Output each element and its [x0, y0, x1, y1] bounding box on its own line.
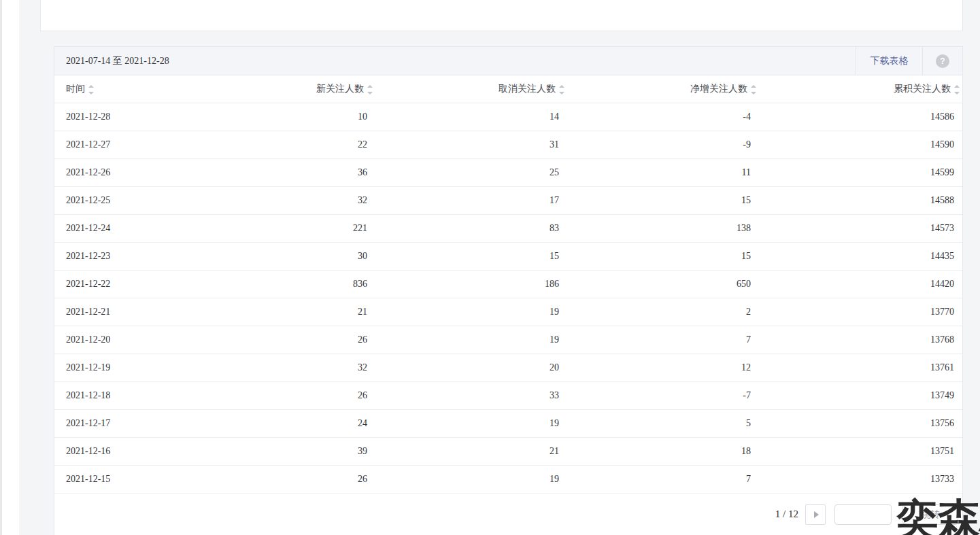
table-row: 2021-12-2283618665014420: [54, 270, 962, 298]
cell-date: 2021-12-22: [54, 270, 184, 298]
cell-date: 2021-12-18: [54, 381, 184, 409]
help-icon[interactable]: ?: [936, 54, 949, 68]
cell-value: 2: [567, 298, 759, 326]
sort-icon[interactable]: [954, 85, 960, 94]
cell-value: 14586: [759, 103, 962, 131]
help-cell: ?: [923, 47, 962, 75]
cell-value: 19: [375, 465, 567, 493]
cell-value: 13751: [759, 437, 962, 465]
cell-date: 2021-12-27: [54, 131, 184, 158]
cell-date: 2021-12-25: [54, 186, 184, 214]
cell-value: 19: [375, 326, 567, 353]
sort-icon[interactable]: [751, 85, 756, 94]
column-label: 累积关注人数: [894, 84, 951, 94]
cell-date: 2021-12-15: [54, 465, 184, 493]
page-root: 2021-07-14 至 2021-12-28 下载表格 ? 时间: [0, 0, 980, 535]
cell-value: 32: [184, 186, 375, 214]
next-page-button[interactable]: [805, 504, 826, 525]
cell-value: 14599: [759, 158, 962, 186]
table-row: 2021-12-202619713768: [54, 326, 962, 353]
cell-date: 2021-12-28: [54, 103, 184, 131]
jump-button[interactable]: 跳转: [902, 504, 958, 525]
cell-value: 18: [567, 437, 759, 465]
cell-value: 14435: [759, 242, 962, 270]
cell-value: 14588: [759, 186, 962, 214]
cell-value: 13756: [759, 409, 962, 437]
cell-date: 2021-12-20: [54, 326, 184, 353]
cell-value: 14420: [759, 270, 962, 298]
cell-date: 2021-12-19: [54, 353, 184, 381]
table-row: 2021-12-2636251114599: [54, 158, 962, 186]
cell-value: 26: [184, 326, 375, 353]
cell-date: 2021-12-17: [54, 409, 184, 437]
cell-date: 2021-12-26: [54, 158, 184, 186]
followers-table: 时间 新关注人数 取消关注人数 净增关注人数 累积关注人数 2: [54, 75, 962, 494]
cell-value: 12: [567, 353, 759, 381]
cell-date: 2021-12-21: [54, 298, 184, 326]
cell-value: 19: [375, 409, 567, 437]
cell-date: 2021-12-23: [54, 242, 184, 270]
sort-icon[interactable]: [559, 85, 564, 94]
cell-value: 13749: [759, 381, 962, 409]
cell-value: 30: [184, 242, 375, 270]
cell-value: 836: [184, 270, 375, 298]
cell-value: 10: [184, 103, 375, 131]
column-label: 时间: [66, 84, 85, 94]
cell-value: 24: [184, 409, 375, 437]
sort-icon[interactable]: [88, 85, 94, 94]
sort-icon[interactable]: [367, 85, 373, 94]
cell-value: 17: [375, 186, 567, 214]
cell-value: 5: [567, 409, 759, 437]
column-label: 净增关注人数: [690, 84, 747, 94]
cell-value: -9: [567, 131, 759, 158]
cell-value: 11: [567, 158, 759, 186]
cell-value: 36: [184, 158, 375, 186]
table-row: 2021-12-172419513756: [54, 409, 962, 437]
chevron-right-icon: [814, 511, 819, 518]
cell-value: 650: [567, 270, 759, 298]
table-row: 2021-12-2532171514588: [54, 186, 962, 214]
column-header-unfollowers: 取消关注人数: [375, 75, 567, 103]
column-header-net-increase: 净增关注人数: [567, 75, 759, 103]
cell-value: 83: [375, 214, 567, 242]
cell-value: 221: [184, 214, 375, 242]
table-row: 2021-12-281014-414586: [54, 103, 962, 131]
cell-value: 31: [375, 131, 567, 158]
cell-value: 7: [567, 465, 759, 493]
table-row: 2021-12-242218313814573: [54, 214, 962, 242]
table-row: 2021-12-1932201213761: [54, 353, 962, 381]
table-header-row: 时间 新关注人数 取消关注人数 净增关注人数 累积关注人数: [54, 75, 962, 103]
table-body: 2021-12-281014-4145862021-12-272231-9145…: [54, 103, 962, 493]
page-indicator: 1 / 12: [775, 508, 798, 520]
cell-value: 186: [375, 270, 567, 298]
column-header-new-followers: 新关注人数: [184, 75, 375, 103]
page-jump-input[interactable]: [834, 504, 892, 525]
download-table-link[interactable]: 下载表格: [856, 47, 922, 75]
left-panel-strip: [2, 0, 19, 535]
cell-value: 32: [184, 353, 375, 381]
cell-value: 15: [567, 242, 759, 270]
header-actions: 下载表格 ?: [856, 47, 962, 75]
card-header: 2021-07-14 至 2021-12-28 下载表格 ?: [54, 47, 962, 75]
table-row: 2021-12-182633-713749: [54, 381, 962, 409]
cell-value: 13770: [759, 298, 962, 326]
cell-value: 26: [184, 465, 375, 493]
cell-value: 7: [567, 326, 759, 353]
cell-value: 19: [375, 298, 567, 326]
cell-date: 2021-12-16: [54, 437, 184, 465]
cell-value: 26: [184, 381, 375, 409]
cell-value: 14590: [759, 131, 962, 158]
cell-value: 21: [375, 437, 567, 465]
cell-value: 13761: [759, 353, 962, 381]
cell-date: 2021-12-24: [54, 214, 184, 242]
cell-value: 13768: [759, 326, 962, 353]
cell-value: 21: [184, 298, 375, 326]
table-row: 2021-12-1639211813751: [54, 437, 962, 465]
table-row: 2021-12-152619713733: [54, 465, 962, 493]
top-card: [40, 0, 963, 31]
cell-value: 14573: [759, 214, 962, 242]
cell-value: 15: [375, 242, 567, 270]
cell-value: 14: [375, 103, 567, 131]
cell-value: 25: [375, 158, 567, 186]
column-header-time: 时间: [54, 75, 184, 103]
